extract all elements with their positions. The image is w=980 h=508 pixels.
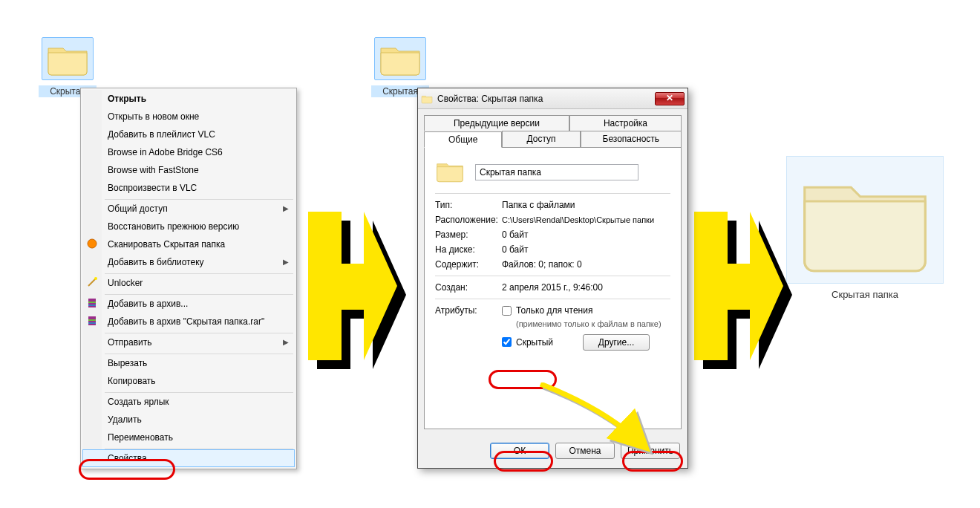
ctx-item-faststone[interactable]: Browse with FastStone bbox=[82, 161, 295, 179]
label-created: Создан: bbox=[435, 282, 502, 293]
label-location: Расположение: bbox=[435, 215, 502, 225]
ctx-item-send-to[interactable]: Отправить▶ bbox=[82, 333, 295, 351]
svg-point-4 bbox=[88, 239, 97, 248]
label-attributes: Атрибуты: bbox=[435, 305, 502, 316]
ctx-item-bridge[interactable]: Browse in Adobe Bridge CS6 bbox=[82, 143, 295, 161]
folder-icon bbox=[374, 37, 426, 80]
winrar-icon bbox=[86, 315, 98, 327]
ctx-label: Общий доступ bbox=[108, 203, 168, 214]
ctx-label: Добавить в плейлист VLC bbox=[108, 129, 215, 140]
tab-label: Безопасность bbox=[603, 134, 660, 144]
tab-general[interactable]: Общие bbox=[424, 131, 502, 148]
checkbox-label: Только для чтения bbox=[516, 305, 592, 316]
svg-line-5 bbox=[88, 279, 96, 286]
checkbox-readonly[interactable]: Только для чтения bbox=[502, 305, 592, 316]
tab-customize[interactable]: Настройка bbox=[569, 115, 682, 131]
folder-icon bbox=[435, 158, 465, 186]
button-label: Отмена bbox=[569, 446, 601, 456]
tab-label: Предыдущие версии bbox=[454, 118, 540, 128]
folder-icon bbox=[421, 93, 433, 105]
ctx-label: Удалить bbox=[108, 414, 142, 425]
value-type: Папка с файлами bbox=[502, 200, 670, 210]
folder-icon bbox=[786, 156, 944, 284]
tab-label: Общие bbox=[448, 134, 477, 145]
value-size: 0 байт bbox=[502, 229, 670, 240]
cancel-button[interactable]: Отмена bbox=[555, 443, 615, 459]
tab-body-general: Тип:Папка с файлами Расположение:C:\User… bbox=[424, 147, 682, 429]
properties-dialog: Свойства: Скрытая папка ✕ Предыдущие вер… bbox=[417, 88, 688, 469]
button-label: Другие... bbox=[598, 337, 634, 348]
tab-label: Настройка bbox=[604, 118, 647, 128]
ctx-label: Вырезать bbox=[108, 358, 147, 368]
folder-name-input[interactable] bbox=[475, 164, 638, 180]
submenu-arrow-icon: ▶ bbox=[283, 203, 289, 215]
tab-previous-versions[interactable]: Предыдущие версии bbox=[424, 115, 569, 131]
advanced-attributes-button[interactable]: Другие... bbox=[583, 334, 650, 351]
divider bbox=[435, 193, 670, 194]
ctx-label: Переименовать bbox=[108, 432, 173, 443]
close-button[interactable]: ✕ bbox=[655, 92, 685, 105]
ctx-item-share[interactable]: Общий доступ▶ bbox=[82, 200, 295, 218]
ctx-label: Unlocker bbox=[108, 278, 143, 288]
dialog-button-row: ОК Отмена Применить bbox=[418, 435, 687, 468]
tab-label: Доступ bbox=[526, 134, 555, 144]
ctx-label: Свойства bbox=[108, 453, 147, 463]
ctx-item-restore[interactable]: Восстановить прежнюю версию bbox=[82, 218, 295, 235]
value-contains: Файлов: 0; папок: 0 bbox=[502, 259, 670, 270]
label-type: Тип: bbox=[435, 200, 502, 210]
button-label: ОК bbox=[514, 446, 526, 456]
apply-button[interactable]: Применить bbox=[621, 443, 680, 459]
context-menu: Открыть Открыть в новом окне Добавить в … bbox=[80, 88, 297, 469]
ctx-item-vlc-play[interactable]: Воспроизвести в VLC bbox=[82, 179, 295, 197]
ctx-label: Добавить в архив... bbox=[108, 299, 188, 309]
label-size-on-disk: На диске: bbox=[435, 244, 502, 255]
ctx-item-scan[interactable]: Сканировать Скрытая папка bbox=[82, 235, 295, 253]
ctx-item-open-new-window[interactable]: Открыть в новом окне bbox=[82, 108, 295, 126]
ok-button[interactable]: ОК bbox=[490, 443, 549, 459]
ctx-label: Отправить bbox=[108, 337, 152, 348]
winrar-icon bbox=[86, 297, 98, 309]
submenu-arrow-icon: ▶ bbox=[283, 336, 289, 348]
readonly-note: (применимо только к файлам в папке) bbox=[516, 319, 670, 328]
ctx-item-delete[interactable]: Удалить bbox=[82, 411, 295, 429]
ctx-item-rename[interactable]: Переименовать bbox=[82, 429, 295, 446]
ctx-item-add-archive-rar[interactable]: Добавить в архив "Скрытая папка.rar" bbox=[82, 313, 295, 330]
ctx-label: Browse in Adobe Bridge CS6 bbox=[108, 147, 223, 157]
ctx-label: Воспроизвести в VLC bbox=[108, 183, 197, 193]
folder-label: Скрытая папка bbox=[780, 289, 950, 300]
ctx-label: Открыть в новом окне bbox=[108, 111, 199, 122]
label-size: Размер: bbox=[435, 229, 502, 240]
checkbox-label: Скрытый bbox=[516, 337, 553, 348]
ctx-item-properties[interactable]: Свойства bbox=[82, 449, 295, 467]
step-arrow-icon bbox=[694, 212, 802, 375]
svg-rect-11 bbox=[88, 319, 96, 321]
ctx-label: Открыть bbox=[108, 94, 146, 104]
button-label: Применить bbox=[627, 446, 673, 456]
ctx-item-add-archive[interactable]: Добавить в архив... bbox=[82, 295, 295, 313]
ctx-item-vlc-playlist[interactable]: Добавить в плейлист VLC bbox=[82, 126, 295, 143]
svg-rect-12 bbox=[88, 322, 96, 324]
desktop-folder-hidden-result[interactable]: Скрытая папка bbox=[780, 156, 950, 300]
checkbox-hidden[interactable]: Скрытый bbox=[502, 337, 553, 348]
ctx-item-copy[interactable]: Копировать bbox=[82, 372, 295, 390]
tab-security[interactable]: Безопасность bbox=[581, 131, 682, 147]
close-icon: ✕ bbox=[666, 93, 673, 103]
ctx-item-unlocker[interactable]: Unlocker bbox=[82, 274, 295, 292]
ctx-label: Browse with FastStone bbox=[108, 165, 199, 175]
ctx-label: Добавить в архив "Скрытая папка.rar" bbox=[108, 316, 264, 327]
ctx-item-shortcut[interactable]: Создать ярлык bbox=[82, 393, 295, 411]
value-size-on-disk: 0 байт bbox=[502, 244, 670, 255]
folder-icon bbox=[42, 37, 94, 80]
step-arrow-icon bbox=[308, 212, 416, 375]
ctx-item-cut[interactable]: Вырезать bbox=[82, 354, 295, 372]
tab-sharing[interactable]: Доступ bbox=[502, 131, 580, 147]
checkbox-hidden-input[interactable] bbox=[502, 337, 512, 347]
label-contains: Содержит: bbox=[435, 259, 502, 270]
divider bbox=[435, 299, 670, 299]
ctx-item-library[interactable]: Добавить в библиотеку▶ bbox=[82, 253, 295, 271]
checkbox-readonly-input[interactable] bbox=[502, 306, 512, 316]
ctx-label: Создать ярлык bbox=[108, 397, 169, 407]
value-location: C:\Users\Rendal\Desktop\Скрытые папки bbox=[502, 215, 670, 224]
ctx-item-open[interactable]: Открыть bbox=[82, 90, 295, 108]
dialog-titlebar[interactable]: Свойства: Скрытая папка ✕ bbox=[418, 88, 687, 109]
